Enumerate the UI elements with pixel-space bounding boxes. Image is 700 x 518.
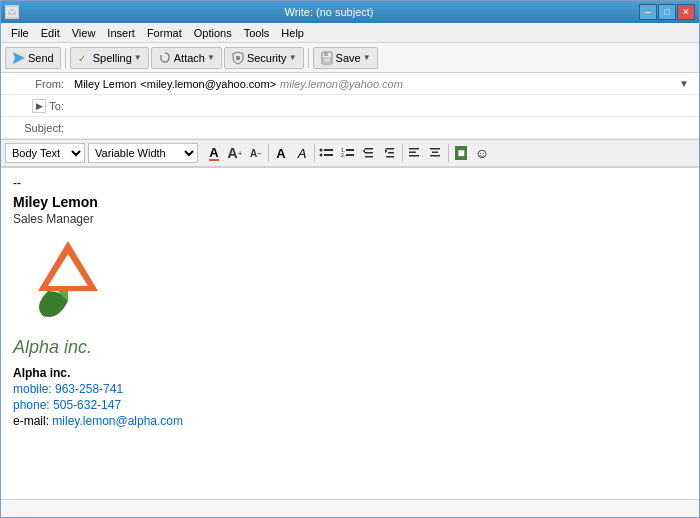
indent-more-button[interactable] [380,143,400,163]
svg-rect-6 [323,58,331,62]
menu-options[interactable]: Options [188,25,238,41]
close-button[interactable]: ✕ [677,4,695,20]
smiley-button[interactable]: ☺ [472,143,492,163]
send-button[interactable]: Send [5,47,61,69]
fmt-sep-3 [402,144,403,162]
menu-tools[interactable]: Tools [238,25,276,41]
align-center-button[interactable] [426,143,446,163]
svg-point-9 [320,154,323,157]
attach-button[interactable]: Attach ▼ [151,47,222,69]
unordered-list-button[interactable] [317,143,337,163]
app-icon [5,5,19,19]
svg-rect-20 [386,156,394,158]
text-color-button[interactable]: A [204,143,224,163]
subject-row: Subject: [1,117,699,139]
font-select[interactable]: Variable Width [88,143,198,163]
svg-text:2.: 2. [341,152,345,158]
menu-edit[interactable]: Edit [35,25,66,41]
security-label: Security [247,52,287,64]
attach-label: Attach [174,52,205,64]
from-name: Miley Lemon [74,78,136,90]
indent-less-button[interactable] [359,143,379,163]
menu-view[interactable]: View [66,25,102,41]
save-button[interactable]: Save ▼ [313,47,378,69]
subject-input[interactable] [70,120,695,136]
bold-icon: A [276,146,285,161]
maximize-button[interactable]: □ [658,4,676,20]
security-button[interactable]: Security ▼ [224,47,304,69]
menu-file[interactable]: File [5,25,35,41]
company-logo [13,236,687,329]
to-input[interactable] [70,98,695,114]
from-dropdown-arrow[interactable]: ▼ [679,78,695,89]
svg-rect-5 [324,52,328,56]
attach-dropdown-arrow: ▼ [207,53,215,62]
spelling-label: Spelling [93,52,132,64]
sig-company-display: Alpha inc. [13,337,687,358]
bg-color-icon: ■ [455,146,466,160]
align-left-button[interactable] [405,143,425,163]
smiley-icon: ☺ [475,145,489,161]
sig-company-bold: Alpha inc. [13,366,687,380]
svg-rect-16 [365,152,373,154]
window-title: Write: (no subject) [19,6,639,18]
from-row: From: Miley Lemon <miley.lemon@yahoo.com… [1,73,699,95]
alpha-inc-logo-svg [13,236,123,326]
menu-bar: File Edit View Insert Format Options Too… [1,23,699,43]
text-color-icon: A [209,146,218,161]
email-header-fields: From: Miley Lemon <miley.lemon@yahoo.com… [1,73,699,140]
svg-rect-22 [409,152,416,154]
indent-more-icon [383,146,397,160]
menu-format[interactable]: Format [141,25,188,41]
sig-title: Sales Manager [13,212,687,226]
security-dropdown-arrow: ▼ [289,53,297,62]
svg-rect-3 [236,56,240,60]
compose-area[interactable]: -- Miley Lemon Sales Manager Alpha inc. … [1,168,699,499]
sig-dash: -- [13,176,687,190]
svg-rect-25 [432,152,438,154]
svg-rect-19 [388,152,394,154]
status-bar [1,499,699,517]
main-toolbar: Send ✓ Spelling ▼ Attach ▼ Security ▼ [1,43,699,73]
font-shrink-icon: A [250,148,257,159]
ordered-list-icon: 1. 2. [340,146,356,160]
svg-rect-15 [365,148,373,150]
bold-button[interactable]: A [271,143,291,163]
minimize-button[interactable]: ─ [639,4,657,20]
format-toolbar: Body Text Variable Width A A + A − A A [1,140,699,168]
sig-phone: phone: 505-632-147 [13,398,687,412]
attach-icon [158,51,172,65]
fmt-sep-4 [448,144,449,162]
save-icon [320,51,334,65]
svg-rect-23 [409,155,419,157]
font-grow-icon: A [228,145,238,161]
title-bar: Write: (no subject) ─ □ ✕ [1,1,699,23]
send-label: Send [28,52,54,64]
svg-rect-26 [430,155,440,157]
italic-button[interactable]: A [292,143,312,163]
bg-color-button[interactable]: ■ [451,143,471,163]
spelling-button[interactable]: ✓ Spelling ▼ [70,47,149,69]
from-email: <miley.lemon@yahoo.com> [140,78,276,90]
ordered-list-button[interactable]: 1. 2. [338,143,358,163]
font-shrink-button[interactable]: A − [246,143,266,163]
subject-label: Subject: [5,122,70,134]
from-reply-to: miley.lemon@yahoo.com [280,78,403,90]
menu-help[interactable]: Help [275,25,310,41]
from-content: Miley Lemon <miley.lemon@yahoo.com> mile… [70,76,679,92]
window-controls: ─ □ ✕ [639,4,695,20]
toolbar-sep-2 [308,48,309,68]
svg-rect-21 [409,148,419,150]
font-grow-button[interactable]: A + [225,143,245,163]
sig-email: e-mail: miley.lemon@alpha.com [13,414,687,428]
svg-rect-12 [346,149,354,151]
style-select[interactable]: Body Text [5,143,85,163]
to-expand-button[interactable]: ▶ [32,99,46,113]
indent-less-icon [362,146,376,160]
fmt-sep-2 [314,144,315,162]
svg-rect-18 [386,148,394,150]
unordered-list-icon [319,146,335,160]
svg-rect-17 [365,156,373,158]
sig-mobile: mobile: 963-258-741 [13,382,687,396]
menu-insert[interactable]: Insert [101,25,141,41]
